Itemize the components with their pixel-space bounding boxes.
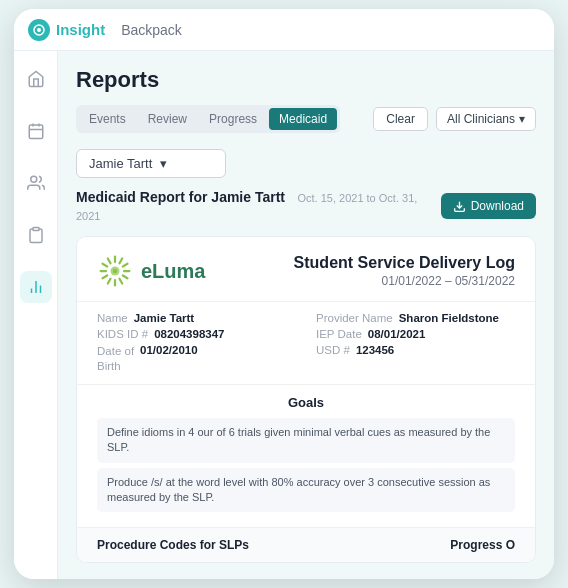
report-title-info: Medicaid Report for Jamie Tartt Oct. 15,…	[76, 188, 441, 224]
student-info: Name Jamie Tartt Provider Name Sharon Fi…	[77, 302, 535, 385]
page-title: Reports	[76, 67, 536, 93]
info-usd: USD # 123456	[316, 344, 515, 374]
tab-events[interactable]: Events	[79, 108, 136, 130]
report-tabs: Events Review Progress Medicaid	[76, 105, 340, 133]
report-log-title: Student Service Delivery Log 01/01/2022 …	[294, 254, 515, 288]
svg-line-20	[103, 276, 108, 279]
download-icon	[453, 200, 466, 213]
sidebar	[14, 51, 58, 579]
clear-button[interactable]: Clear	[373, 107, 428, 131]
info-provider: Provider Name Sharon Fieldstone	[316, 312, 515, 324]
svg-rect-2	[29, 125, 43, 139]
chevron-down-icon: ▾	[519, 112, 525, 126]
procedure-codes-label: Procedure Codes for SLPs	[97, 538, 249, 552]
info-iep: IEP Date 08/01/2021	[316, 328, 515, 340]
goals-section: Goals Define idioms in 4 our of 6 trials…	[77, 385, 535, 529]
eluma-logo: eLuma	[97, 253, 205, 289]
svg-line-14	[123, 264, 128, 267]
nav-title: Insight	[56, 21, 105, 38]
report-header-row: Medicaid Report for Jamie Tartt Oct. 15,…	[76, 188, 536, 224]
tab-progress[interactable]: Progress	[199, 108, 267, 130]
sidebar-chart-icon[interactable]	[20, 271, 52, 303]
svg-point-25	[113, 269, 118, 274]
info-kids-id: KIDS ID # 08204398347	[97, 328, 296, 340]
sidebar-home-icon[interactable]	[20, 63, 52, 95]
goals-title: Goals	[97, 395, 515, 410]
progress-label: Progress O	[450, 538, 515, 552]
report-card-header: eLuma Student Service Delivery Log 01/01…	[77, 237, 535, 302]
tabs-right-controls: Clear All Clinicians ▾	[373, 107, 536, 131]
download-button[interactable]: Download	[441, 193, 536, 219]
svg-line-23	[108, 259, 111, 264]
svg-point-1	[37, 28, 41, 32]
report-card: eLuma Student Service Delivery Log 01/01…	[76, 236, 536, 563]
svg-rect-7	[33, 228, 39, 231]
eluma-name: eLuma	[141, 260, 205, 283]
student-dropdown-row: Jamie Tartt ▾	[76, 149, 536, 178]
student-dropdown[interactable]: Jamie Tartt ▾	[76, 149, 226, 178]
svg-line-19	[108, 279, 111, 284]
eluma-sunburst-icon	[97, 253, 133, 289]
report-card-footer: Procedure Codes for SLPs Progress O	[77, 528, 535, 562]
info-dob: Date ofBirth 01/02/2010	[97, 344, 296, 374]
nav-logo: Insight	[28, 19, 105, 41]
goal-item-2: Produce /s/ at the word level with 80% a…	[97, 468, 515, 513]
tab-medicaid[interactable]: Medicaid	[269, 108, 337, 130]
sidebar-users-icon[interactable]	[20, 167, 52, 199]
nav-backpack-link[interactable]: Backpack	[121, 22, 182, 38]
svg-line-22	[103, 264, 108, 267]
svg-point-6	[30, 176, 36, 182]
svg-line-17	[120, 279, 123, 284]
svg-line-13	[120, 259, 123, 264]
dropdown-chevron-icon: ▾	[160, 156, 167, 171]
svg-line-16	[123, 276, 128, 279]
report-title: Medicaid Report for Jamie Tartt	[76, 189, 285, 205]
sidebar-calendar-icon[interactable]	[20, 115, 52, 147]
info-name: Name Jamie Tartt	[97, 312, 296, 324]
goal-item-1: Define idioms in 4 our of 6 trials given…	[97, 418, 515, 463]
top-nav: Insight Backpack	[14, 9, 554, 51]
clinician-select[interactable]: All Clinicians ▾	[436, 107, 536, 131]
tabs-row: Events Review Progress Medicaid Clear Al…	[76, 105, 536, 133]
logo-icon	[28, 19, 50, 41]
main-content: Reports Events Review Progress Medicaid …	[58, 51, 554, 579]
tab-review[interactable]: Review	[138, 108, 197, 130]
sidebar-clipboard-icon[interactable]	[20, 219, 52, 251]
